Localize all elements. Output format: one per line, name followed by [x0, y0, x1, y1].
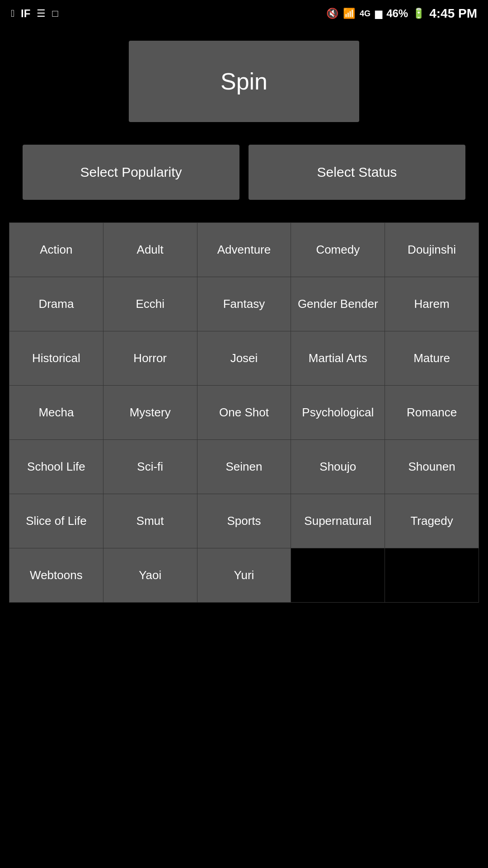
- select-popularity-button[interactable]: Select Popularity: [23, 145, 239, 200]
- genre-cell-historical[interactable]: Historical: [9, 331, 103, 386]
- genre-cell-mature[interactable]: Mature: [385, 331, 479, 386]
- genre-cell-adult[interactable]: Adult: [103, 223, 197, 277]
- genre-cell-webtoons[interactable]: Webtoons: [9, 548, 103, 603]
- genre-cell-josei[interactable]: Josei: [197, 331, 291, 386]
- genre-cell-sci-fi[interactable]: Sci-fi: [103, 440, 197, 494]
- genre-cell-slice-of-life[interactable]: Slice of Life: [9, 494, 103, 548]
- genre-cell-comedy[interactable]: Comedy: [291, 223, 385, 277]
- genre-cell-one-shot[interactable]: One Shot: [197, 386, 291, 440]
- genre-cell-empty: [291, 548, 385, 603]
- select-status-button[interactable]: Select Status: [249, 145, 465, 200]
- battery-percentage: 46%: [386, 7, 408, 20]
- genre-cell-shounen[interactable]: Shounen: [385, 440, 479, 494]
- status-bar:  IF ☰ □ 🔇 📶 4G ▆ 46% 🔋 4:45 PM: [0, 0, 488, 27]
- genre-cell-mystery[interactable]: Mystery: [103, 386, 197, 440]
- genre-cell-yuri[interactable]: Yuri: [197, 548, 291, 603]
- genre-cell-shoujo[interactable]: Shoujo: [291, 440, 385, 494]
- signal-icon: ▆: [375, 8, 382, 19]
- facebook-icon: : [11, 8, 14, 19]
- genre-grid: ActionAdultAdventureComedyDoujinshiDrama…: [9, 222, 479, 603]
- status-bar-right: 🔇 📶 4G ▆ 46% 🔋 4:45 PM: [326, 6, 477, 21]
- select-row: Select Popularity Select Status: [9, 145, 479, 200]
- genre-cell-supernatural[interactable]: Supernatural: [291, 494, 385, 548]
- genre-cell-tragedy[interactable]: Tragedy: [385, 494, 479, 548]
- battery-icon: 🔋: [413, 8, 425, 19]
- genre-cell-smut[interactable]: Smut: [103, 494, 197, 548]
- wifi-icon: 📶: [343, 8, 355, 19]
- genre-cell-martial-arts[interactable]: Martial Arts: [291, 331, 385, 386]
- genre-cell-horror[interactable]: Horror: [103, 331, 197, 386]
- genre-cell-seinen[interactable]: Seinen: [197, 440, 291, 494]
- mute-icon: 🔇: [326, 8, 338, 19]
- box-icon: □: [52, 8, 58, 19]
- genre-cell-fantasy[interactable]: Fantasy: [197, 277, 291, 331]
- genre-cell-school-life[interactable]: School Life: [9, 440, 103, 494]
- genre-cell-sports[interactable]: Sports: [197, 494, 291, 548]
- genre-cell-gender-bender[interactable]: Gender Bender: [291, 277, 385, 331]
- genre-cell-yaoi[interactable]: Yaoi: [103, 548, 197, 603]
- sliders-icon: ☰: [37, 8, 46, 19]
- status-bar-left:  IF ☰ □: [11, 7, 58, 20]
- genre-cell-mecha[interactable]: Mecha: [9, 386, 103, 440]
- genre-cell-romance[interactable]: Romance: [385, 386, 479, 440]
- spin-button[interactable]: Spin: [129, 41, 359, 122]
- genre-cell-adventure[interactable]: Adventure: [197, 223, 291, 277]
- genre-cell-psychological[interactable]: Psychological: [291, 386, 385, 440]
- genre-cell-doujinshi[interactable]: Doujinshi: [385, 223, 479, 277]
- genre-cell-empty: [385, 548, 479, 603]
- clock: 4:45 PM: [429, 6, 477, 21]
- genre-cell-drama[interactable]: Drama: [9, 277, 103, 331]
- genre-cell-action[interactable]: Action: [9, 223, 103, 277]
- genre-cell-harem[interactable]: Harem: [385, 277, 479, 331]
- network-icon: 4G: [360, 9, 371, 19]
- genre-cell-ecchi[interactable]: Ecchi: [103, 277, 197, 331]
- main-content: Spin Select Popularity Select Status Act…: [0, 27, 488, 612]
- if-icon: IF: [21, 7, 30, 20]
